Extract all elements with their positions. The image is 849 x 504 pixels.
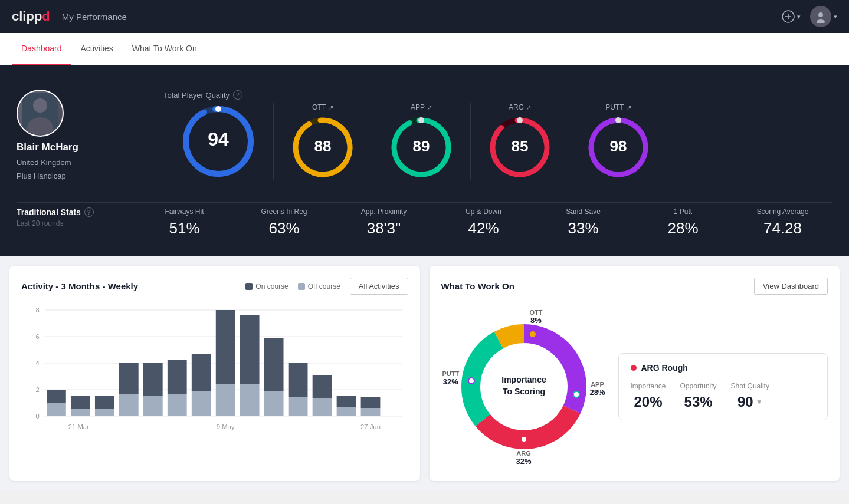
add-chevron: ▾ <box>797 13 801 21</box>
traditional-stats-row: Traditional Stats ? Last 20 rounds Fairw… <box>17 202 832 238</box>
svg-text:88: 88 <box>314 137 332 155</box>
stat-up-down-value: 42% <box>438 219 529 238</box>
gauge-ott: OTT ↗ 88 <box>274 103 372 180</box>
stat-sand-save-label: Sand Save <box>538 207 628 216</box>
arg-opportunity-label: Opportunity <box>680 382 717 390</box>
wtw-content: Importance To Scoring OTT 8% <box>441 304 828 469</box>
svg-rect-62 <box>337 396 356 407</box>
tab-what-to-work-on[interactable]: What To Work On <box>123 33 206 65</box>
shot-quality-arrow-icon: ▼ <box>756 398 763 406</box>
svg-rect-50 <box>192 354 211 391</box>
svg-text:89: 89 <box>413 137 430 155</box>
svg-rect-49 <box>192 391 211 416</box>
donut-label-app: APP 28% <box>589 381 605 397</box>
svg-rect-52 <box>216 310 235 384</box>
stat-greens-in-reg: Greens In Reg 63% <box>234 207 334 238</box>
header-title: My Performance <box>62 12 127 22</box>
stat-sand-save: Sand Save 33% <box>533 207 633 238</box>
gauge-arg: ARG ↗ 85 <box>471 103 569 180</box>
arg-opportunity-value: 53% <box>680 394 717 410</box>
svg-rect-42 <box>95 396 114 409</box>
svg-rect-48 <box>168 360 187 394</box>
legend-off-course-label: Off course <box>308 282 340 291</box>
tab-dashboard[interactable]: Dashboard <box>12 33 71 65</box>
svg-rect-53 <box>240 384 260 416</box>
stat-scoring-value: 74.28 <box>737 219 828 238</box>
svg-rect-39 <box>71 409 90 416</box>
svg-rect-45 <box>143 396 163 416</box>
svg-rect-56 <box>264 338 284 391</box>
gauge-app-label: APP ↗ <box>411 103 432 111</box>
gauge-arg-label: ARG ↗ <box>509 103 531 111</box>
svg-rect-55 <box>264 391 284 416</box>
tab-activities[interactable]: Activities <box>71 33 123 65</box>
svg-rect-37 <box>47 403 66 416</box>
svg-point-75 <box>530 331 536 337</box>
svg-text:2: 2 <box>35 386 39 393</box>
svg-text:21 Mar: 21 Mar <box>68 423 89 430</box>
wtw-title: What To Work On <box>441 281 514 291</box>
divider <box>149 82 149 188</box>
view-dashboard-button[interactable]: View Dashboard <box>754 278 828 295</box>
stat-fairways-hit: Fairways Hit 51% <box>135 207 234 238</box>
svg-point-6 <box>33 98 47 113</box>
svg-text:4: 4 <box>35 360 39 367</box>
chart-area: 8 6 4 2 0 <box>21 304 408 434</box>
legend-on-course: On course <box>245 282 288 291</box>
arg-importance: Importance 20% <box>631 382 666 410</box>
arg-metrics: Importance 20% Opportunity 53% Shot Qual… <box>631 382 816 410</box>
svg-rect-38 <box>47 390 66 403</box>
stats-help-icon[interactable]: ? <box>84 207 94 217</box>
svg-point-4 <box>817 19 825 23</box>
stat-scoring-label: Scoring Average <box>737 207 828 216</box>
svg-rect-60 <box>313 375 332 398</box>
arg-shot-quality-label: Shot Quality <box>731 382 769 390</box>
activity-chart-card: Activity - 3 Months - Weekly On course O… <box>9 266 420 481</box>
shot-quality-badge: 90 ▼ <box>737 394 763 410</box>
svg-rect-54 <box>240 315 260 384</box>
stat-up-down: Up & Down 42% <box>434 207 533 238</box>
stat-one-putt: 1 Putt 28% <box>633 207 733 238</box>
stat-greens-label: Greens In Reg <box>239 207 329 216</box>
svg-rect-58 <box>289 363 308 397</box>
header-left: clippd My Performance <box>12 9 127 24</box>
donut-label-ott: OTT 8% <box>530 309 543 325</box>
svg-rect-44 <box>119 363 139 394</box>
legend-off-course: Off course <box>298 282 340 291</box>
svg-point-22 <box>517 117 523 123</box>
donut-label-arg: ARG 32% <box>516 450 531 466</box>
svg-rect-47 <box>168 394 187 416</box>
svg-text:6: 6 <box>35 333 39 340</box>
svg-text:9 May: 9 May <box>217 423 235 430</box>
svg-rect-64 <box>361 397 381 408</box>
svg-rect-61 <box>337 407 356 416</box>
svg-text:8: 8 <box>35 307 39 314</box>
help-icon[interactable]: ? <box>233 90 242 100</box>
avatar-button[interactable]: ▾ <box>810 6 837 27</box>
svg-point-26 <box>615 117 621 123</box>
arg-dot-icon <box>631 365 637 371</box>
activity-chart-header: Activity - 3 Months - Weekly On course O… <box>21 278 408 295</box>
dark-section: Blair McHarg United Kingdom Plus Handica… <box>0 65 849 256</box>
arg-arrow-icon: ↗ <box>526 104 531 111</box>
add-button[interactable]: ▾ <box>782 10 801 23</box>
all-activities-button[interactable]: All Activities <box>350 278 408 295</box>
avatar-chevron: ▾ <box>834 13 837 21</box>
svg-rect-63 <box>361 408 381 416</box>
svg-rect-40 <box>71 396 90 409</box>
activity-chart-title: Activity - 3 Months - Weekly <box>21 281 138 291</box>
arg-opportunity: Opportunity 53% <box>680 382 717 410</box>
app-arrow-icon: ↗ <box>427 104 432 111</box>
legend-on-course-dot <box>245 283 253 290</box>
stat-one-putt-label: 1 Putt <box>638 207 728 216</box>
stat-fairways-hit-value: 51% <box>139 219 230 238</box>
stats-subtitle: Last 20 rounds <box>17 219 135 228</box>
header: clippd My Performance ▾ ▾ <box>0 0 849 33</box>
stat-app-proximity: App. Proximity 38'3" <box>334 207 434 238</box>
stat-app-prox-label: App. Proximity <box>339 207 429 216</box>
svg-text:85: 85 <box>512 137 529 155</box>
gauge-putt-label: PUTT ↗ <box>605 103 631 111</box>
gauges-row: 94 OTT ↗ 88 <box>163 103 832 180</box>
logo-d: d <box>42 9 50 24</box>
svg-text:94: 94 <box>208 129 229 150</box>
